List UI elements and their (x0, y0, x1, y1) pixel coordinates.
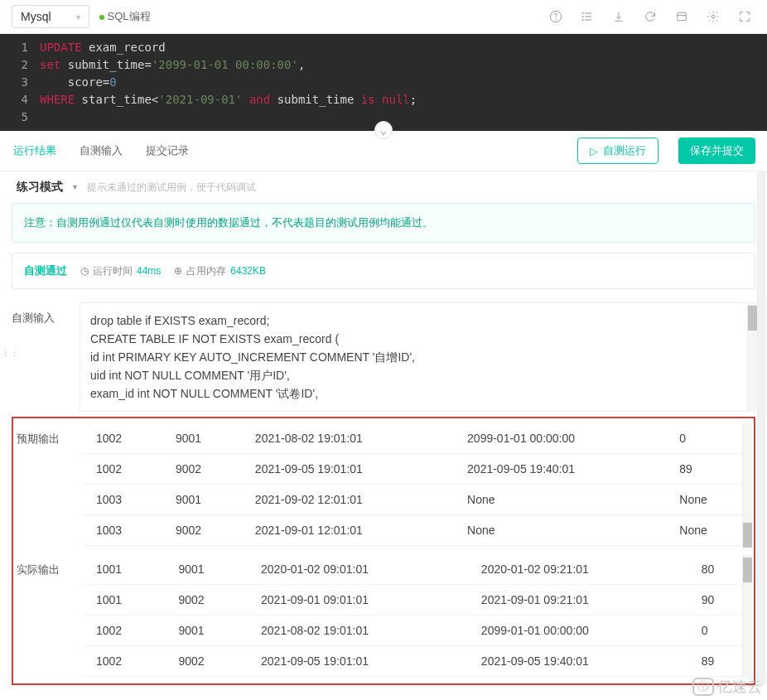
watermark: ⓘ亿速云 (692, 677, 762, 697)
self-input-section: 自测输入 drop table if EXISTS exam_record; C… (12, 302, 755, 412)
toolbar: Mysql ▾ SQL编程 (0, 0, 767, 34)
fullscreen-icon[interactable] (734, 6, 755, 27)
format-icon[interactable] (671, 6, 692, 27)
table-row: 100290012021-08-02 19:01:012099-01-01 00… (84, 616, 750, 646)
results-panel: 练习模式 ▼ 提示未通过的测试用例，便于代码调试 注意：自测用例通过仅代表自测时… (0, 171, 767, 697)
tab-results[interactable]: 运行结果 (12, 138, 58, 163)
db-value: Mysql (21, 10, 51, 23)
table-row: 100290022021-09-05 19:01:012021-09-05 19… (84, 646, 750, 677)
scrollbar-vertical[interactable] (742, 554, 752, 677)
input-sql-block[interactable]: drop table if EXISTS exam_record; CREATE… (80, 302, 755, 412)
db-select[interactable]: Mysql ▾ (12, 5, 89, 28)
table-row: 100190012020-01-02 09:01:012020-01-02 09… (84, 554, 750, 585)
table-row: 100290012021-08-02 19:01:012099-01-01 00… (84, 423, 750, 454)
scrollbar-vertical[interactable] (747, 302, 757, 412)
sql-mode-indicator: SQL编程 (99, 9, 151, 24)
actual-table: 100190012020-01-02 09:01:012020-01-02 09… (84, 554, 750, 677)
svg-rect-8 (678, 12, 687, 20)
sql-editor[interactable]: 1UPDATE exam_record 2set submit_time='20… (0, 34, 767, 131)
mode-hint: 提示未通过的测试用例，便于代码调试 (87, 181, 256, 195)
save-submit-button[interactable]: 保存并提交 (678, 138, 755, 164)
svg-point-5 (582, 12, 583, 13)
play-icon: ▷ (590, 145, 598, 157)
chevron-down-icon[interactable]: ▼ (71, 183, 79, 191)
scrollbar-vertical[interactable] (742, 423, 752, 546)
collapse-editor-icon[interactable]: ⌄ (374, 121, 393, 139)
cloud-icon: ⓘ (692, 678, 714, 696)
table-row: 100290022021-09-05 19:01:012021-09-05 19… (84, 454, 750, 485)
memory-icon: ⊕ (174, 265, 182, 277)
table-row: 100390012021-09-02 12:01:01NoneNone (84, 485, 750, 515)
expected-table: 100290012021-08-02 19:01:012099-01-01 00… (84, 423, 750, 546)
table-row: 100390022021-09-01 12:01:01NoneNone (84, 515, 750, 546)
download-icon[interactable] (608, 6, 630, 27)
tab-self-input[interactable]: 自测输入 (78, 138, 124, 163)
pass-label: 自测通过 (24, 263, 67, 278)
self-run-button[interactable]: ▷自测运行 (577, 138, 658, 164)
help-icon[interactable] (545, 6, 567, 27)
gear-icon[interactable] (702, 6, 724, 27)
clock-icon: ◷ (80, 265, 89, 277)
practice-mode-label: 练习模式 (17, 180, 63, 195)
refresh-icon[interactable] (639, 6, 661, 27)
svg-point-6 (582, 16, 583, 17)
svg-point-10 (712, 15, 715, 18)
status-box: 自测通过 ◷运行时间 44ms ⊕占用内存 6432KB (12, 253, 755, 289)
chevron-down-icon: ▾ (76, 12, 80, 22)
notice-banner: 注意：自测用例通过仅代表自测时使用的数据通过，不代表题目的测试用例均能通过。 (12, 203, 755, 243)
table-row: 100190022021-09-01 09:01:012021-09-01 09… (84, 585, 750, 616)
list-icon[interactable] (576, 6, 598, 27)
comparison-frame: 预期输出 100290012021-08-02 19:01:012099-01-… (12, 417, 755, 685)
mode-row: 练习模式 ▼ 提示未通过的测试用例，便于代码调试 (12, 171, 755, 203)
scrollbar-vertical[interactable] (757, 171, 765, 685)
status-dot-icon (99, 15, 104, 20)
svg-point-7 (582, 19, 583, 20)
svg-point-1 (556, 19, 557, 20)
tab-history[interactable]: 提交记录 (144, 138, 191, 163)
